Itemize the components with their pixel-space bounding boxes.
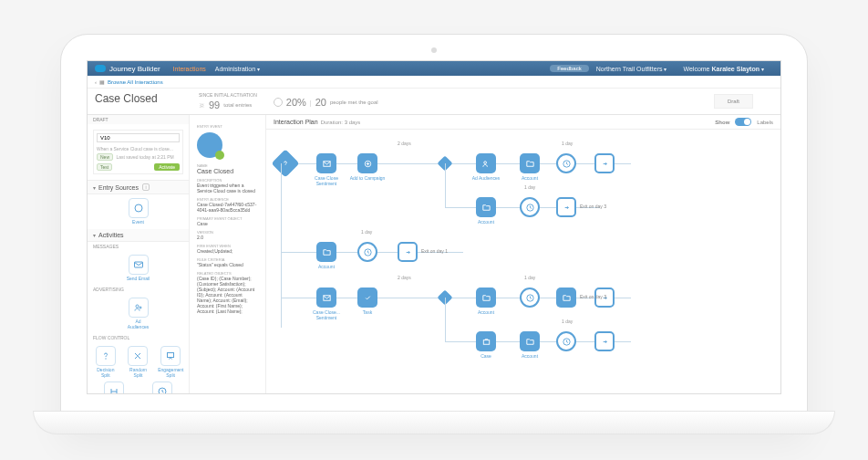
breadcrumb[interactable]: ‹ ▦ Browse All Interactions xyxy=(88,76,780,89)
node-wait-1[interactable] xyxy=(556,153,576,173)
activities-header[interactable]: ▾Activities xyxy=(88,229,189,242)
activity-decision-split[interactable]: Decision Split xyxy=(93,346,119,378)
feedback-button[interactable]: Feedback xyxy=(550,65,588,72)
svg-point-2 xyxy=(136,305,139,308)
activity-engagement-split[interactable]: Engagement Split xyxy=(158,346,183,378)
node-folder-3[interactable] xyxy=(316,242,336,262)
node-campaign[interactable] xyxy=(357,153,377,173)
node-wait-5[interactable] xyxy=(556,331,576,351)
nav-administration[interactable]: Administration▾ xyxy=(215,66,260,72)
node-decision[interactable] xyxy=(271,149,299,177)
svg-point-0 xyxy=(135,204,142,212)
clock-icon xyxy=(152,382,172,394)
node-folder-4[interactable] xyxy=(476,288,496,308)
screen: Journey Builder Interactions Administrat… xyxy=(87,60,781,394)
sub-header: Case Closed SINCE INITIAL ACTIVATION ⛭ 9… xyxy=(88,89,780,115)
labels-toggle[interactable] xyxy=(735,118,751,126)
laptop-base xyxy=(33,411,835,434)
new-tag[interactable]: New xyxy=(97,153,113,161)
node-exit-3[interactable] xyxy=(398,242,418,262)
top-bar: Journey Builder Interactions Administrat… xyxy=(88,61,780,76)
flow-canvas[interactable]: Case Close Sentiment Add to Campaign 2 d… xyxy=(266,133,780,394)
trophy-icon xyxy=(274,98,283,107)
event-icon xyxy=(129,198,149,218)
node-folder-2[interactable] xyxy=(476,197,496,217)
laptop-frame: Journey Builder Interactions Administrat… xyxy=(60,34,808,426)
activate-button[interactable]: Activate xyxy=(154,163,180,171)
join-icon xyxy=(104,382,124,394)
svg-point-9 xyxy=(483,161,486,163)
activity-send-email[interactable]: Send Email xyxy=(126,255,151,282)
info-icon[interactable]: i xyxy=(142,183,150,191)
node-adaud[interactable] xyxy=(476,153,496,173)
activity-wait[interactable]: Wait xyxy=(150,382,175,394)
node-folder-1[interactable] xyxy=(520,153,540,173)
activity-random-split[interactable]: Random Split xyxy=(125,346,150,378)
node-exit-5[interactable] xyxy=(594,331,615,351)
since-label: SINCE INITIAL ACTIVATION xyxy=(199,92,257,98)
status-badge: Draft xyxy=(714,94,753,109)
detail-panel: ENTRY EVENT NAME Case Closed DESCRIPTION… xyxy=(190,115,266,394)
goal-pct: 20% xyxy=(286,97,306,108)
node-wait-2[interactable] xyxy=(520,197,540,217)
version-box: When a Service Cloud case is close... Ne… xyxy=(93,130,183,174)
svg-point-3 xyxy=(140,307,141,308)
entries-count: 99 xyxy=(209,99,220,110)
canvas-header: Interaction Plan Duration: 3 days Show L… xyxy=(266,115,780,130)
detail-name: Case Closed xyxy=(197,168,258,174)
node-case[interactable] xyxy=(476,331,496,351)
org-menu[interactable]: Northern Trail Outfitters▾ xyxy=(596,66,667,72)
node-wait-3[interactable] xyxy=(357,242,377,262)
node-email-2[interactable] xyxy=(316,288,336,308)
audience-icon xyxy=(129,298,149,318)
entry-sources-header[interactable]: ▾Entry Sourcesi xyxy=(88,181,189,194)
node-folder-5[interactable] xyxy=(556,288,576,308)
svg-rect-15 xyxy=(483,340,489,344)
goal-count: 20 xyxy=(315,97,326,108)
test-button[interactable]: Test xyxy=(97,163,112,171)
node-task[interactable] xyxy=(357,288,377,308)
activity-join[interactable]: Join xyxy=(101,382,127,394)
camera-dot xyxy=(431,47,437,53)
salesforce-cloud-icon xyxy=(95,65,106,72)
source-event[interactable]: Event xyxy=(126,198,151,225)
people-icon: ⛭ xyxy=(199,102,205,109)
random-icon xyxy=(128,346,148,366)
envelope-icon xyxy=(129,255,149,275)
app-brand: Journey Builder xyxy=(109,65,160,73)
question-icon xyxy=(96,346,116,366)
activity-ad-audiences[interactable]: Ad Audiences xyxy=(126,298,151,329)
nav-interactions[interactable]: Interactions xyxy=(173,66,206,72)
user-menu[interactable]: Welcome Karalee Slayton▾ xyxy=(683,66,764,72)
engagement-icon xyxy=(160,346,181,366)
grid-icon: ▦ xyxy=(99,78,105,85)
node-email[interactable] xyxy=(316,153,336,173)
left-sidebar: DRAFT When a Service Cloud case is close… xyxy=(88,115,190,394)
version-input[interactable] xyxy=(97,133,180,142)
svg-point-4 xyxy=(106,359,107,360)
node-folder-6[interactable] xyxy=(520,331,540,351)
back-icon[interactable]: ‹ xyxy=(95,79,97,85)
canvas[interactable]: Interaction Plan Duration: 3 days Show L… xyxy=(266,115,780,394)
entry-event-icon xyxy=(197,132,222,158)
node-wait-4[interactable] xyxy=(520,288,540,308)
node-exit-1[interactable] xyxy=(594,153,615,173)
draft-header: DRAFT xyxy=(88,115,189,124)
chevron-down-icon: ▾ xyxy=(257,67,260,72)
page-title: Case Closed xyxy=(95,92,182,105)
node-exit-2[interactable] xyxy=(556,197,576,217)
